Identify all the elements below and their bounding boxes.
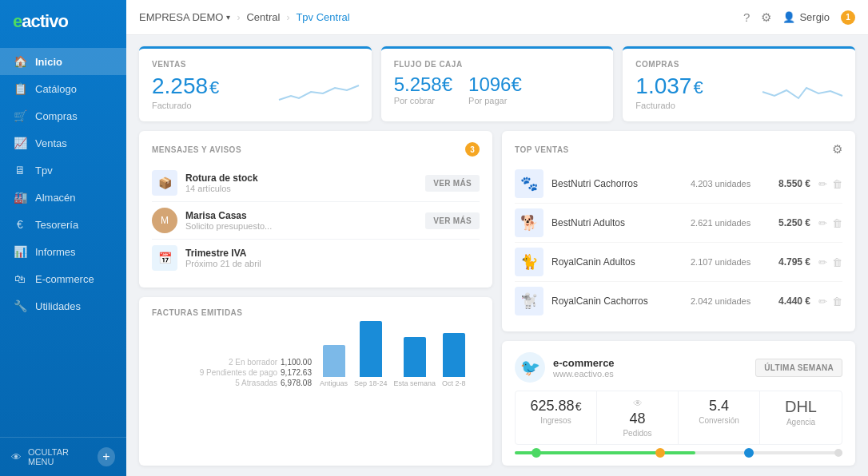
help-icon[interactable]: ?	[743, 10, 750, 24]
user-menu[interactable]: 👤 Sergio	[782, 11, 830, 23]
ultima-semana-button[interactable]: ÚLTIMA SEMANA	[755, 359, 842, 377]
delete-icon[interactable]: 🗑	[832, 296, 842, 307]
ecommerce-icon: 🛍	[13, 272, 27, 285]
bar-esta-semana: Esta semana	[394, 337, 436, 387]
informes-icon: 📊	[13, 245, 27, 258]
product-name-1: BestNutri Adultos	[551, 217, 683, 228]
settings-icon[interactable]: ⚙	[761, 10, 771, 25]
stat-agencia-label: Agencia	[768, 418, 834, 426]
msg-stock: 📦 Rotura de stock 14 artículos VER MÁS	[152, 165, 480, 202]
product-price-3: 4.440 €	[762, 296, 810, 307]
sidebar-item-utilidades[interactable]: 🔧 Utilidades	[0, 292, 126, 319]
sidebar-item-label: Catálogo	[35, 83, 77, 95]
iva-name: Trimestre IVA	[185, 248, 480, 259]
topbar: EMPRESA DEMO ▾ › Central › Tpv Central ?…	[126, 0, 868, 35]
user-name: Sergio	[799, 11, 830, 23]
product-units-0: 4.203 unidades	[691, 179, 755, 188]
legend-atrasadas: 5 Atrasadas 6,978.08	[235, 379, 312, 387]
marisa-ver-mas-button[interactable]: VER MÁS	[425, 212, 480, 229]
ventas-chart	[279, 76, 359, 108]
sidebar-item-informes[interactable]: 📊 Informes	[0, 238, 126, 265]
ecommerce-progress	[515, 451, 842, 454]
sidebar-item-ecommerce[interactable]: 🛍 E-commerce	[0, 265, 126, 292]
iva-sub: Próximo 21 de abril	[185, 259, 480, 268]
sidebar-item-compras[interactable]: 🛒 Compras	[0, 102, 126, 129]
product-price-0: 8.550 €	[762, 178, 810, 189]
marisa-sub: Solicito presupuesto...	[185, 221, 417, 231]
delete-icon[interactable]: 🗑	[832, 178, 842, 190]
topbar-central-link[interactable]: Central	[246, 11, 280, 23]
ecommerce-url: www.eactivo.es	[553, 369, 747, 379]
ventas-value: 2.258 €	[152, 73, 219, 99]
breadcrumb-sep2: ›	[286, 12, 289, 23]
product-name-0: BestNutri Cachorros	[551, 178, 683, 189]
flujo-label1: Por cobrar	[394, 96, 452, 105]
product-units-2: 2.107 unidades	[691, 257, 755, 267]
flujo-card-title: FLUJO DE CAJA	[394, 60, 601, 69]
stock-name: Rotura de stock	[185, 173, 417, 184]
compras-sub: Facturado	[635, 101, 703, 110]
delete-icon[interactable]: 🗑	[832, 256, 842, 268]
sidebar-item-label: Utilidades	[35, 300, 81, 312]
sidebar-item-inicio[interactable]: 🏠 Inicio	[0, 48, 126, 75]
bar-sep18: Sep 18-24	[354, 321, 388, 387]
bar-antiguas: Antiguas	[320, 345, 348, 387]
topbar-tpv-link[interactable]: Tpv Central	[296, 11, 349, 23]
compras-card: COMPRAS 1.037 € Facturado	[623, 46, 855, 121]
compras-card-title: COMPRAS	[635, 60, 842, 69]
top-ventas-card: TOP VENTAS ⚙ 🐾 BestNutri Cachorros 4.203…	[502, 131, 855, 331]
marisa-avatar: M	[152, 208, 177, 233]
ventas-card-title: VENTAS	[152, 60, 359, 69]
logo-e: e	[13, 11, 22, 31]
hide-menu-label: OCULTAR MENU	[28, 447, 91, 466]
progress-dot-4	[834, 449, 842, 457]
sidebar-item-catalogo[interactable]: 📋 Catálogo	[0, 75, 126, 102]
sidebar-item-label: Tesorería	[35, 219, 78, 231]
delete-icon[interactable]: 🗑	[832, 217, 842, 229]
stat-ingresos-label: Ingresos	[524, 416, 588, 425]
edit-icon[interactable]: ✏	[818, 178, 827, 190]
legend-pendiente: 9 Pendientes de pago 9,172.63	[200, 368, 312, 377]
progress-dot-3	[744, 448, 754, 458]
compras-icon: 🛒	[13, 109, 27, 122]
messages-badge: 3	[465, 142, 480, 157]
logo: eactivo	[0, 0, 126, 40]
add-button[interactable]: +	[98, 447, 115, 466]
empresa-name: EMPRESA DEMO	[139, 11, 223, 23]
flujo-val1: 5.258€	[394, 73, 452, 96]
ecommerce-name: e-commerce	[553, 357, 747, 369]
sidebar-item-ventas[interactable]: 📈 Ventas	[0, 129, 126, 157]
bar-oct2: Oct 2-8	[442, 333, 466, 387]
edit-icon[interactable]: ✏	[818, 217, 827, 229]
ec-stat-conversion: 5.4 Conversión	[679, 391, 760, 444]
breadcrumb-sep: ›	[237, 12, 240, 23]
sidebar-item-tesoreria[interactable]: € Tesorería	[0, 211, 126, 238]
empresa-selector[interactable]: EMPRESA DEMO ▾	[139, 11, 230, 23]
hide-menu-button[interactable]: 👁 OCULTAR MENU +	[0, 437, 126, 476]
table-row: 🐾 BestNutri Cachorros 4.203 unidades 8.5…	[515, 165, 842, 204]
edit-icon[interactable]: ✏	[818, 296, 827, 307]
sidebar-item-label: Almacén	[35, 192, 76, 204]
sidebar-item-tpv[interactable]: 🖥 Tpv	[0, 157, 126, 184]
sidebar-item-label: Compras	[35, 110, 78, 122]
stock-ver-mas-button[interactable]: VER MÁS	[425, 175, 480, 192]
product-units-1: 2.621 unidades	[691, 218, 755, 228]
flujo-label2: Por pagar	[468, 96, 522, 105]
settings-icon[interactable]: ⚙	[832, 142, 842, 157]
content-area: VENTAS 2.258 € Facturado FLUJ	[126, 35, 868, 476]
progress-dot-2	[655, 448, 665, 458]
notification-badge[interactable]: 1	[841, 10, 855, 25]
ec-stat-agencia: DHL Agencia	[760, 391, 842, 444]
sidebar-item-almacen[interactable]: 🏭 Almacén	[0, 184, 126, 211]
marisa-name: Marisa Casas	[185, 210, 417, 221]
top-cards-row: VENTAS 2.258 € Facturado FLUJ	[139, 46, 855, 121]
flujo-card: FLUJO DE CAJA 5.258€ Por cobrar 1096€ Po…	[381, 46, 614, 121]
tesoreria-icon: €	[13, 218, 27, 231]
edit-icon[interactable]: ✏	[818, 256, 827, 268]
tpv-icon: 🖥	[13, 164, 27, 177]
product-price-2: 4.795 €	[762, 256, 810, 268]
product-thumb-0: 🐾	[515, 169, 543, 198]
catalogo-icon: 📋	[13, 82, 27, 95]
product-name-3: RoyalCanin Cachorros	[551, 296, 683, 307]
facturas-title: FACTURAS EMITIDAS	[152, 308, 480, 317]
